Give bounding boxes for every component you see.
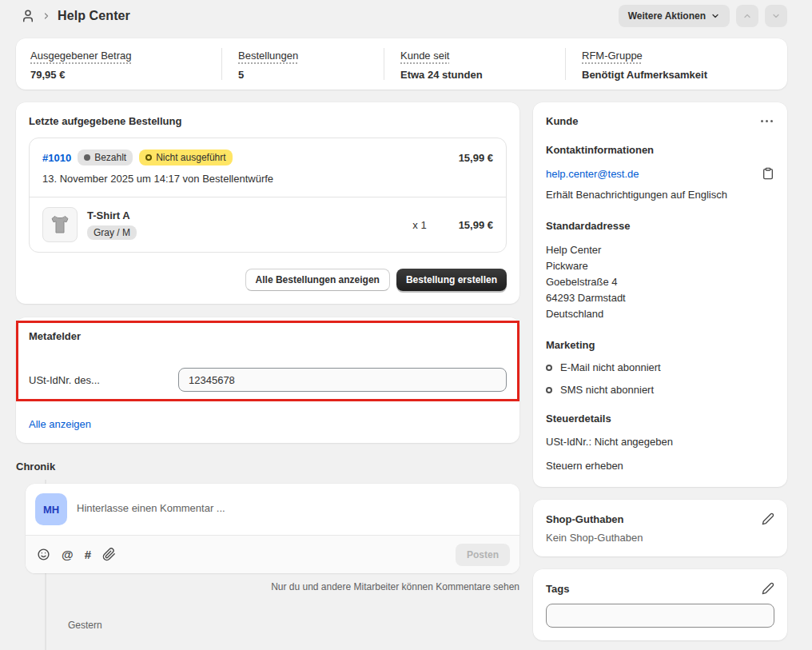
notification-language-note: Erhält Benachrichtigungen auf Englisch bbox=[546, 187, 774, 203]
comment-composer-card: MH Hinterlasse einen Kommentar ... @ # bbox=[26, 484, 519, 573]
order-number-link[interactable]: #1010 bbox=[42, 152, 71, 164]
payment-status-badge: Bezahlt bbox=[78, 150, 133, 165]
line-price: 15,99 € bbox=[459, 219, 493, 231]
address-heading: Standardadresse bbox=[546, 220, 774, 232]
order-line-item: T-Shirt A Gray / M x 1 15,99 € bbox=[30, 197, 506, 252]
view-all-metafields-link[interactable]: Alle anzeigen bbox=[29, 418, 91, 430]
customer-card-title: Kunde bbox=[546, 115, 578, 127]
copy-email-button[interactable] bbox=[762, 167, 774, 180]
address-line: 64293 Darmstadt bbox=[546, 290, 774, 306]
person-icon[interactable] bbox=[21, 9, 35, 23]
stat-label[interactable]: RFM-Gruppe bbox=[582, 50, 643, 62]
address-line: Deutschland bbox=[546, 306, 774, 322]
line-quantity: x 1 bbox=[412, 219, 448, 231]
paperclip-icon[interactable] bbox=[102, 548, 116, 561]
order-date: 13. November 2025 um 14:17 von Bestellen… bbox=[42, 173, 493, 185]
overflow-menu-icon[interactable] bbox=[759, 118, 774, 124]
tags-title: Tags bbox=[546, 583, 569, 595]
address-line: Help Center bbox=[546, 242, 774, 258]
metafields-card: Metafelder USt-IdNr. des... Alle anzeige… bbox=[16, 317, 519, 443]
product-name-link[interactable]: T-Shirt A bbox=[87, 209, 137, 221]
fulfillment-status-badge: Nicht ausgeführt bbox=[139, 150, 232, 165]
order-header: #1010 Bezahlt Nicht ausgeführt 15,99 € bbox=[30, 138, 506, 197]
marketing-email-status: E-Mail nicht abonniert bbox=[546, 361, 774, 373]
tax-collect-line: Steuern erheben bbox=[546, 458, 774, 474]
tags-card: Tags bbox=[533, 569, 787, 640]
stat-label[interactable]: Kunde seit bbox=[400, 50, 449, 62]
address-line: Goebelstraße 4 bbox=[546, 274, 774, 290]
customer-card: Kunde Kontaktinformationen help.center@t… bbox=[533, 102, 787, 487]
page-title: Help Center bbox=[58, 9, 130, 23]
top-actions: Weitere Aktionen bbox=[619, 5, 787, 27]
pencil-icon bbox=[762, 512, 774, 525]
default-address: Help Center Pickware Goebelstraße 4 6429… bbox=[546, 242, 774, 322]
tags-input[interactable] bbox=[546, 604, 774, 628]
composer-toolbar: @ # Posten bbox=[26, 535, 519, 573]
product-thumbnail bbox=[42, 207, 78, 242]
order-total: 15,99 € bbox=[459, 152, 493, 164]
post-comment-button[interactable]: Posten bbox=[456, 544, 510, 566]
tax-vat-line: USt-IdNr.: Nicht angegeben bbox=[546, 434, 774, 450]
stat-orders: Bestellungen 5 bbox=[221, 48, 384, 80]
marketing-sms-status: SMS nicht abonniert bbox=[546, 384, 774, 396]
customer-stats-bar: Ausgegebener Betrag 79,95 € Bestellungen… bbox=[16, 38, 787, 90]
stat-value: Etwa 24 stunden bbox=[400, 69, 551, 81]
store-credit-card: Shop-Guthaben Kein Shop-Guthaben bbox=[533, 500, 787, 556]
mention-icon[interactable]: @ bbox=[62, 548, 74, 561]
stat-customer-since: Kunde seit Etwa 24 stunden bbox=[384, 48, 565, 80]
comment-input[interactable]: Hinterlasse einen Kommentar ... bbox=[77, 493, 225, 514]
filled-dot-icon bbox=[84, 154, 90, 161]
pencil-icon bbox=[762, 582, 774, 595]
stat-amount-spent: Ausgegebener Betrag 79,95 € bbox=[16, 48, 221, 80]
order-summary-box: #1010 Bezahlt Nicht ausgeführt 15,99 € bbox=[29, 138, 507, 253]
contact-heading: Kontaktinformationen bbox=[546, 144, 774, 156]
chevron-up-icon bbox=[742, 11, 752, 21]
last-order-title: Letzte aufgegebene Bestellung bbox=[29, 115, 507, 127]
customer-email-link[interactable]: help.center@test.de bbox=[546, 168, 639, 180]
clipboard-icon bbox=[762, 167, 774, 180]
more-actions-button[interactable]: Weitere Aktionen bbox=[619, 5, 730, 27]
edit-tags-button[interactable] bbox=[762, 582, 774, 595]
address-line: Pickware bbox=[546, 258, 774, 274]
comment-visibility-note: Nur du und andere Mitarbeiter können Kom… bbox=[16, 581, 519, 592]
avatar: MH bbox=[35, 493, 67, 525]
stat-rfm-group: RFM-Gruppe Benötigt Aufmerksamkeit bbox=[565, 48, 787, 80]
chevron-down-icon bbox=[771, 11, 781, 21]
stat-value: 5 bbox=[238, 69, 369, 81]
create-order-button[interactable]: Bestellung erstellen bbox=[396, 269, 507, 291]
hashtag-icon[interactable]: # bbox=[85, 548, 91, 561]
stat-value: 79,95 € bbox=[30, 69, 207, 81]
marketing-heading: Marketing bbox=[546, 339, 774, 351]
smiley-icon[interactable] bbox=[37, 548, 50, 561]
tax-heading: Steuerdetails bbox=[546, 413, 774, 425]
metafield-label: USt-IdNr. des... bbox=[29, 374, 178, 386]
store-credit-value: Kein Shop-Guthaben bbox=[546, 532, 774, 544]
view-all-orders-button[interactable]: Alle Bestellungen anzeigen bbox=[245, 269, 390, 291]
metafield-vat-input[interactable] bbox=[178, 368, 507, 392]
chevron-down-icon bbox=[710, 11, 720, 21]
tshirt-icon bbox=[48, 213, 72, 237]
circle-open-icon bbox=[546, 365, 552, 371]
topbar: Help Center Weitere Aktionen bbox=[0, 0, 812, 32]
stat-label[interactable]: Bestellungen bbox=[238, 50, 298, 62]
variant-badge: Gray / M bbox=[87, 225, 137, 240]
timeline-title: Chronik bbox=[16, 461, 519, 473]
circle-open-icon bbox=[145, 154, 152, 161]
circle-open-icon bbox=[546, 387, 552, 393]
next-customer-button[interactable] bbox=[765, 5, 787, 27]
stat-label[interactable]: Ausgegebener Betrag bbox=[30, 50, 131, 62]
previous-customer-button[interactable] bbox=[736, 5, 758, 27]
timeline-section: Chronik MH Hinterlasse einen Kommentar .… bbox=[16, 461, 519, 650]
store-credit-title: Shop-Guthaben bbox=[546, 513, 624, 525]
edit-store-credit-button[interactable] bbox=[762, 512, 774, 525]
breadcrumb: Help Center bbox=[21, 9, 130, 23]
chevron-right-icon bbox=[42, 11, 51, 21]
stat-value: Benötigt Aufmerksamkeit bbox=[582, 69, 773, 81]
metafields-title: Metafelder bbox=[29, 330, 507, 342]
timeline-day-label: Gestern bbox=[68, 620, 519, 631]
last-order-card: Letzte aufgegebene Bestellung #1010 Beza… bbox=[16, 102, 519, 304]
